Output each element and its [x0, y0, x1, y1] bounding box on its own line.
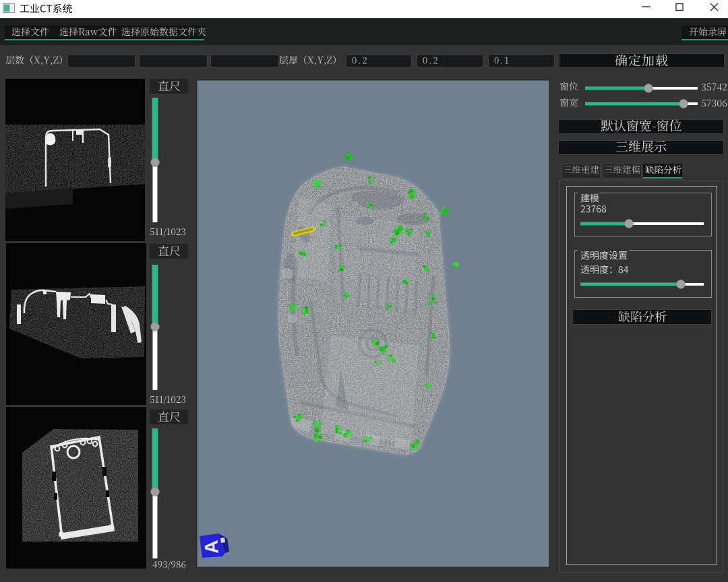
svg-text:A: A [200, 540, 222, 554]
